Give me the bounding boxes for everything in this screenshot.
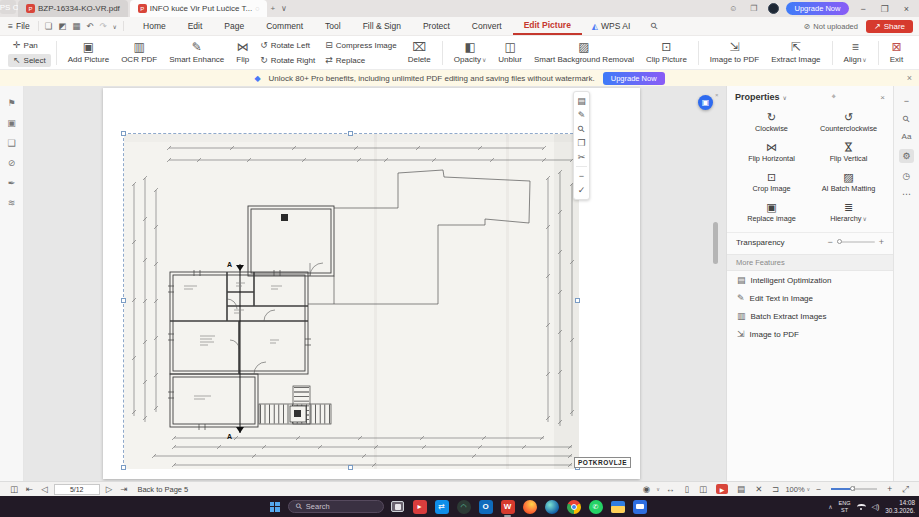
language-indicator[interactable]: ENG ST bbox=[839, 500, 851, 513]
pin-icon[interactable]: ⌖ bbox=[823, 92, 836, 102]
translate-icon[interactable]: Aa bbox=[902, 132, 912, 141]
transparency-slider[interactable] bbox=[837, 241, 875, 243]
app-firefox[interactable] bbox=[521, 496, 538, 517]
vertical-scrollbar-thumb[interactable] bbox=[713, 222, 718, 264]
collapse-icon[interactable]: − bbox=[579, 171, 584, 181]
edit-float-icon[interactable]: ✎ bbox=[578, 110, 586, 120]
chevron-down-icon[interactable]: ∨ bbox=[783, 94, 787, 101]
ocr-pdf-button[interactable]: ▥ OCR PDF bbox=[115, 41, 163, 64]
menu-page[interactable]: Page bbox=[213, 17, 255, 35]
app-teamviewer[interactable]: ⇄ bbox=[433, 496, 450, 517]
clock[interactable]: 14:08 30.3.2026. bbox=[885, 499, 915, 514]
ai-assistant-close-icon[interactable]: × bbox=[715, 92, 719, 98]
minimize-button[interactable]: − bbox=[856, 4, 869, 14]
selection-handle[interactable] bbox=[121, 131, 126, 136]
wifi-icon[interactable] bbox=[857, 504, 866, 510]
chevron-down-icon[interactable]: ∨ bbox=[656, 486, 660, 492]
document-tab-1[interactable]: P BZP-16334-KO-VR.pdf bbox=[18, 0, 128, 17]
chevron-down-icon[interactable]: ∨ bbox=[113, 23, 117, 30]
redo-icon[interactable]: ↷ bbox=[99, 21, 106, 31]
thumbnail-icon[interactable]: ▣ bbox=[7, 118, 16, 128]
replace-image-button[interactable]: ▣ Replace image bbox=[733, 198, 810, 226]
exit-button[interactable]: ⊠ Exit bbox=[884, 41, 909, 64]
image-to-pdf-button[interactable]: ⇲ Image to PDF bbox=[704, 41, 765, 64]
ai-assistant-button[interactable]: ▣ bbox=[698, 95, 713, 110]
last-page-icon[interactable]: ⇥ bbox=[116, 484, 131, 494]
menu-tool[interactable]: Tool bbox=[314, 17, 352, 35]
history-icon[interactable]: ◷ bbox=[903, 171, 911, 181]
menu-convert[interactable]: Convert bbox=[461, 17, 513, 35]
back-to-page-link[interactable]: Back to Page 5 bbox=[137, 485, 188, 494]
flip-vertical-button[interactable]: ⋈ Flip Vertical bbox=[810, 138, 887, 166]
rotate-left-button[interactable]: ↺ Rotate Left bbox=[255, 39, 320, 52]
smart-enhance-button[interactable]: ✎ Smart Enhance bbox=[163, 41, 230, 64]
upgrade-now-button[interactable]: Upgrade Now bbox=[786, 2, 850, 15]
panel-close-icon[interactable]: × bbox=[872, 93, 885, 102]
app-edge[interactable] bbox=[543, 496, 560, 517]
image-to-pdf-item[interactable]: ⇲ Image to PDF bbox=[727, 325, 893, 343]
rotate-right-button[interactable]: ↻ Rotate Right bbox=[255, 54, 320, 67]
more-tools-icon[interactable]: ⋯ bbox=[902, 189, 911, 199]
unblur-button[interactable]: ◫ Unblur bbox=[492, 41, 528, 64]
selection-handle[interactable] bbox=[575, 298, 580, 303]
select-button[interactable]: ↖ Select bbox=[8, 54, 51, 67]
clockwise-button[interactable]: ↻ Clockwise bbox=[733, 108, 810, 136]
fit-width-icon[interactable]: ↔ bbox=[662, 484, 679, 494]
reading-layout-icon[interactable]: ▤ bbox=[733, 484, 749, 494]
pdf-page[interactable]: A A bbox=[103, 88, 640, 479]
next-page-icon[interactable]: ▷ bbox=[102, 484, 117, 494]
confirm-check-icon[interactable]: ✓ bbox=[578, 185, 586, 195]
properties-title[interactable]: Properties bbox=[735, 92, 780, 102]
ocr-float-icon[interactable]: ▤ bbox=[577, 96, 586, 106]
hierarchy-button[interactable]: ≣ Hierarchy∨ bbox=[810, 198, 887, 226]
layers-icon[interactable]: ≋ bbox=[8, 198, 16, 208]
previous-page-icon[interactable]: ◁ bbox=[37, 484, 52, 494]
menu-comment[interactable]: Comment bbox=[255, 17, 314, 35]
restore-button[interactable]: ❐ bbox=[877, 4, 893, 14]
share-button[interactable]: ↗ Share bbox=[866, 20, 913, 33]
copy-icon[interactable]: ❐ bbox=[577, 138, 585, 148]
play-presentation-button[interactable]: ▶ bbox=[716, 484, 728, 494]
app-whatsapp[interactable]: ✆ bbox=[587, 496, 604, 517]
counterclockwise-button[interactable]: ↺ Counterclockwise bbox=[810, 108, 887, 136]
menu-edit[interactable]: Edit bbox=[177, 17, 214, 35]
pan-button[interactable]: ✛ Pan bbox=[8, 39, 51, 52]
tag-icon[interactable]: ⊐ bbox=[768, 484, 783, 494]
menu-edit-picture[interactable]: Edit Picture bbox=[513, 17, 582, 35]
user-avatar[interactable] bbox=[768, 3, 779, 14]
document-canvas[interactable]: A A bbox=[24, 86, 726, 481]
extract-image-button[interactable]: ⇱ Extract Image bbox=[765, 41, 826, 64]
page-number-input[interactable] bbox=[54, 484, 100, 495]
selection-handle[interactable] bbox=[121, 465, 126, 470]
intelligent-optimization-item[interactable]: ▤ Intelligent Optimization bbox=[727, 271, 893, 289]
signature-icon[interactable]: ✒ bbox=[8, 178, 16, 188]
zoom-in-icon[interactable]: + bbox=[883, 484, 896, 494]
transparency-plus-icon[interactable]: + bbox=[879, 237, 884, 247]
app-monitor[interactable] bbox=[631, 496, 648, 517]
feedback-icon[interactable]: ☺ bbox=[726, 4, 740, 13]
replace-button[interactable]: ⇄ Replace bbox=[320, 54, 401, 67]
menu-home[interactable]: Home bbox=[132, 17, 177, 35]
collapse-panel-icon[interactable]: − bbox=[904, 96, 909, 106]
app-outlook[interactable]: O bbox=[477, 496, 494, 517]
ai-batch-matting-button[interactable]: ▨ AI Batch Matting bbox=[810, 168, 887, 196]
opacity-button[interactable]: ◧ Opacity∨ bbox=[448, 41, 493, 64]
flip-button[interactable]: ⋈ Flip bbox=[230, 41, 255, 64]
side-panel-toggle-icon[interactable]: ◫ bbox=[6, 484, 22, 494]
app-file-explorer[interactable] bbox=[609, 496, 626, 517]
add-picture-button[interactable]: ▣ Add Picture bbox=[62, 41, 115, 64]
flip-horizontal-button[interactable]: ⋈ Flip Horizontal bbox=[733, 138, 810, 166]
tab-list-chevron-icon[interactable]: ∨ bbox=[278, 0, 290, 17]
save-icon[interactable]: ◩ bbox=[58, 21, 66, 31]
properties-tool-icon[interactable]: ⚙ bbox=[899, 149, 913, 163]
app-media-red[interactable]: ▸ bbox=[411, 496, 428, 517]
selection-handle[interactable] bbox=[121, 298, 126, 303]
app-center-icon[interactable]: ❐ bbox=[747, 4, 760, 13]
bookmark-icon[interactable]: ⚑ bbox=[7, 98, 15, 108]
compress-image-button[interactable]: ⊟ Compress Image bbox=[320, 39, 401, 52]
banner-upgrade-button[interactable]: Upgrade Now bbox=[603, 72, 665, 85]
cut-icon[interactable]: ✂ bbox=[578, 152, 586, 162]
selected-image[interactable]: A A bbox=[123, 133, 578, 468]
undo-icon[interactable]: ↶ bbox=[86, 21, 93, 31]
batch-extract-images-item[interactable]: ▥ Batch Extract Images bbox=[727, 307, 893, 325]
